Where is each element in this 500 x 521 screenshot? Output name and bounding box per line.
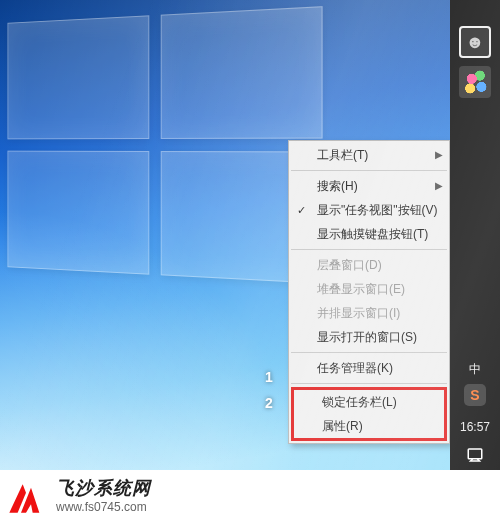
menu-item-show-taskview[interactable]: ✓ 显示"任务视图"按钮(V) (289, 198, 449, 222)
menu-item-sidebyside: 并排显示窗口(I) (289, 301, 449, 325)
menu-item-show-open-windows[interactable]: 显示打开的窗口(S) (289, 325, 449, 349)
menu-separator (291, 352, 447, 353)
menu-item-cascade: 层叠窗口(D) (289, 253, 449, 277)
chevron-right-icon: ▶ (435, 147, 443, 163)
annotation-highlight-box: 锁定任务栏(L) 属性(R) (291, 387, 447, 441)
menu-label: 工具栏(T) (317, 148, 368, 162)
watermark-url: www.fs0745.com (56, 500, 151, 514)
menu-item-stack: 堆叠显示窗口(E) (289, 277, 449, 301)
menu-label: 任务管理器(K) (317, 361, 393, 375)
svg-rect-0 (468, 449, 482, 459)
annotation-number-2: 2 (265, 395, 273, 411)
action-center-icon[interactable] (450, 440, 500, 470)
tray-app-icon-2[interactable] (459, 66, 491, 98)
menu-label: 层叠窗口(D) (317, 258, 382, 272)
annotation-number-1: 1 (265, 369, 273, 385)
menu-item-task-manager[interactable]: 任务管理器(K) (289, 356, 449, 380)
watermark-title: 飞沙系统网 (56, 478, 151, 500)
sogou-ime-icon[interactable]: S (464, 384, 486, 406)
tray-app-icon-1[interactable]: ☻ (459, 26, 491, 58)
watermark-logo-icon (6, 476, 46, 516)
menu-separator (291, 249, 447, 250)
check-icon: ✓ (297, 202, 306, 218)
taskbar-clock[interactable]: 16:57 (450, 414, 500, 440)
menu-label: 显示打开的窗口(S) (317, 330, 417, 344)
menu-label: 显示触摸键盘按钮(T) (317, 227, 428, 241)
menu-item-toolbar[interactable]: 工具栏(T) ▶ (289, 143, 449, 167)
menu-label: 显示"任务视图"按钮(V) (317, 203, 438, 217)
windows-logo (7, 6, 322, 284)
taskbar-context-menu: 工具栏(T) ▶ 搜索(H) ▶ ✓ 显示"任务视图"按钮(V) 显示触摸键盘按… (288, 140, 450, 444)
taskbar[interactable]: ☻ 中 S 16:57 (450, 0, 500, 470)
menu-label: 属性(R) (322, 419, 363, 433)
menu-label: 并排显示窗口(I) (317, 306, 400, 320)
menu-item-search[interactable]: 搜索(H) ▶ (289, 174, 449, 198)
menu-item-lock-taskbar[interactable]: 锁定任务栏(L) (294, 390, 444, 414)
menu-label: 搜索(H) (317, 179, 358, 193)
chevron-right-icon: ▶ (435, 178, 443, 194)
tray-status-group: 中 S 16:57 (450, 356, 500, 470)
tray-icons-group: ☻ (450, 18, 500, 106)
menu-separator (291, 170, 447, 171)
menu-label: 堆叠显示窗口(E) (317, 282, 405, 296)
menu-item-show-touch-keyboard[interactable]: 显示触摸键盘按钮(T) (289, 222, 449, 246)
desktop-wallpaper[interactable]: 1 2 工具栏(T) ▶ 搜索(H) ▶ ✓ 显示"任务视图"按钮(V) 显示触… (0, 0, 500, 470)
ime-indicator[interactable]: 中 (450, 356, 500, 382)
watermark: 飞沙系统网 www.fs0745.com (0, 471, 500, 521)
menu-item-properties[interactable]: 属性(R) (294, 414, 444, 438)
menu-label: 锁定任务栏(L) (322, 395, 397, 409)
menu-separator (291, 383, 447, 384)
